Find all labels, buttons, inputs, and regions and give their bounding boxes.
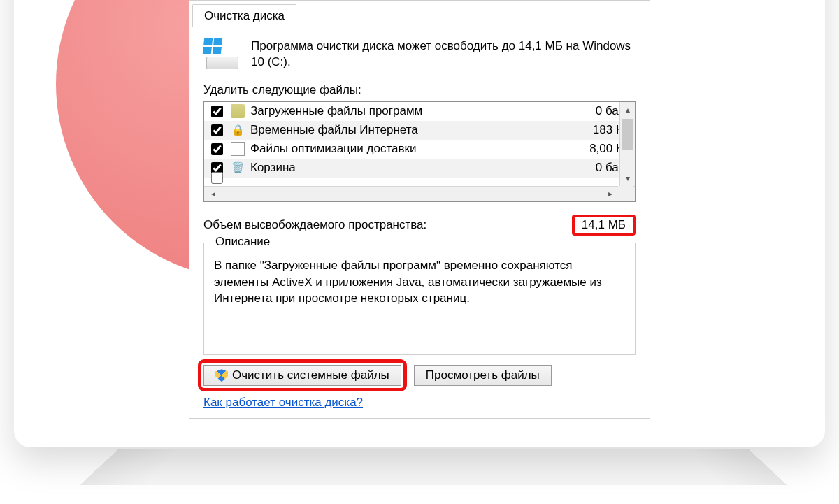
list-item[interactable]: 🗑️ Корзина 0 байт — [204, 159, 635, 178]
view-files-button[interactable]: Просмотреть файлы — [414, 365, 552, 386]
drive-icon — [203, 38, 241, 69]
list-item[interactable] — [204, 178, 635, 186]
item-label: Временные файлы Интернета — [250, 123, 562, 137]
file-categories-list[interactable]: Загруженные файлы программ 0 байт 🔒 Врем… — [203, 101, 636, 202]
item-label: Файлы оптимизации доставки — [250, 142, 562, 156]
vertical-scrollbar[interactable]: ▴ ▾ — [619, 102, 635, 186]
button-label: Очистить системные файлы — [232, 368, 389, 382]
recycle-bin-icon: 🗑️ — [231, 161, 245, 175]
scroll-right-arrow[interactable]: ▸ — [603, 189, 618, 199]
scroll-up-arrow[interactable]: ▴ — [620, 102, 635, 117]
horizontal-scrollbar[interactable]: ◂ ▸ — [204, 186, 635, 201]
shield-icon — [215, 369, 228, 382]
tab-disk-cleanup[interactable]: Очистка диска — [192, 4, 296, 27]
item-checkbox[interactable] — [211, 124, 223, 136]
button-label: Просмотреть файлы — [426, 368, 540, 382]
item-checkbox[interactable] — [211, 106, 223, 117]
item-label: Загруженные файлы программ — [250, 104, 562, 118]
tab-strip: Очистка диска — [189, 1, 650, 27]
monitor-stand — [80, 449, 787, 485]
scroll-left-arrow[interactable]: ◂ — [206, 189, 221, 199]
item-checkbox[interactable] — [211, 172, 223, 184]
cleanup-system-files-button[interactable]: Очистить системные файлы — [203, 365, 401, 386]
disk-cleanup-dialog: Очистка диска Программа очистки диска мо… — [189, 0, 650, 419]
summary-text: Программа очистки диска может освободить… — [251, 38, 636, 71]
list-item[interactable]: 🔒 Временные файлы Интернета 183 КБ — [204, 121, 635, 140]
description-text: В папке "Загруженные файлы программ" вре… — [214, 257, 625, 307]
document-icon — [231, 142, 245, 156]
scroll-down-arrow[interactable]: ▾ — [620, 171, 635, 186]
description-groupbox: Описание В папке "Загруженные файлы прог… — [203, 243, 636, 355]
how-disk-cleanup-works-link[interactable]: Как работает очистка диска? — [203, 396, 363, 410]
groupbox-legend: Описание — [211, 235, 274, 249]
total-space-value: 14,1 МБ — [572, 215, 636, 236]
total-space-label: Объем высвобождаемого пространства: — [203, 218, 426, 232]
item-checkbox[interactable] — [211, 143, 223, 155]
folder-icon — [231, 104, 245, 118]
item-label: Корзина — [250, 161, 562, 175]
lock-icon: 🔒 — [231, 123, 245, 137]
list-item[interactable]: Загруженные файлы программ 0 байт — [204, 102, 635, 121]
list-item[interactable]: Файлы оптимизации доставки 8,00 КБ — [204, 140, 635, 159]
delete-files-label: Удалить следующие файлы: — [203, 83, 636, 97]
scroll-thumb[interactable] — [622, 119, 633, 150]
